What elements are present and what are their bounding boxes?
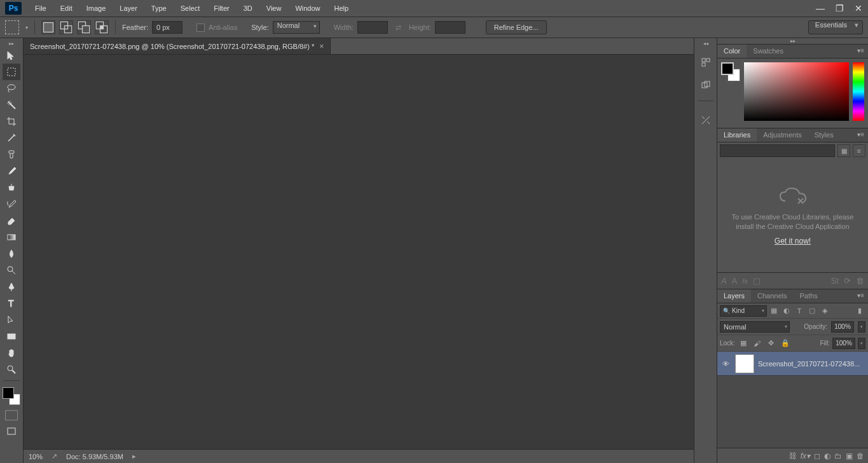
opacity-dropdown-icon[interactable]: ▾ [858,321,865,333]
lasso-tool[interactable] [3,80,20,97]
foreground-color[interactable] [3,387,14,399]
menu-select[interactable]: Select [174,1,207,16]
adjustment-layer-icon[interactable]: ◐ [824,452,830,460]
fill-input[interactable]: 100% [832,338,855,349]
dock-collapse-icon[interactable]: ▸▸ [717,38,868,45]
path-selection-tool[interactable] [3,312,20,328]
quick-selection-tool[interactable] [3,97,20,113]
gradient-tool[interactable] [3,229,20,245]
brush-tool[interactable] [3,163,20,179]
add-to-selection-icon[interactable] [59,20,73,34]
tab-layers[interactable]: Layers [717,289,751,303]
filter-shape-icon[interactable]: ▢ [806,305,818,317]
layer-item[interactable]: 👁 Screenshot_20170721-072438... [717,352,868,376]
properties-panel-icon[interactable] [698,78,713,93]
dodge-tool[interactable] [3,262,20,279]
minimize-button[interactable]: — [811,1,830,15]
tab-color[interactable]: Color [717,45,747,58]
panel-menu-icon[interactable]: ▾≡ [853,289,868,303]
chevron-down-icon[interactable]: ▾ [25,25,28,31]
list-view-icon[interactable]: ≡ [853,144,865,157]
panel-menu-icon[interactable]: ▾≡ [853,45,868,58]
dock-expand-icon[interactable]: ◂◂ [694,41,717,47]
lock-transparency-icon[interactable]: ▦ [738,338,749,349]
current-tool-icon[interactable] [5,20,19,34]
layer-mask-icon[interactable]: ◻ [814,452,820,460]
crop-tool[interactable] [3,113,20,130]
filter-type-icon[interactable]: T [794,305,805,317]
tab-swatches[interactable]: Swatches [747,45,790,58]
close-icon[interactable]: × [319,42,324,51]
rectangle-tool[interactable] [3,328,20,345]
blend-mode-select[interactable]: Normal [720,321,790,333]
tab-styles[interactable]: Styles [808,128,840,142]
link-layers-icon[interactable]: ⛓ [789,452,797,460]
layers-list[interactable]: 👁 Screenshot_20170721-072438... [717,352,868,448]
export-icon[interactable]: ↗ [52,452,57,460]
blur-tool[interactable] [3,245,20,262]
chevron-right-icon[interactable]: ▸ [132,452,136,460]
layer-name[interactable]: Screenshot_20170721-072438... [758,360,860,368]
lock-all-icon[interactable]: 🔒 [780,338,791,349]
tab-paths[interactable]: Paths [794,289,824,303]
grid-view-icon[interactable]: ▦ [837,144,850,157]
menu-file[interactable]: File [28,1,53,16]
menu-3d[interactable]: 3D [237,1,259,16]
marquee-tool[interactable] [3,64,20,80]
toolbar-collapse-icon[interactable]: ▸▸ [0,41,23,47]
tab-libraries[interactable]: Libraries [717,128,757,142]
eraser-tool[interactable] [3,212,20,229]
healing-brush-tool[interactable] [3,146,20,163]
menu-help[interactable]: Help [327,1,356,16]
zoom-tool[interactable] [3,361,20,378]
library-select[interactable] [720,144,835,157]
workspace-chooser[interactable]: Essentials [808,20,863,34]
subtract-from-selection-icon[interactable] [77,20,91,34]
filter-smart-icon[interactable]: ◈ [819,305,830,317]
new-layer-icon[interactable]: ▣ [846,452,853,460]
color-picker[interactable] [3,387,20,405]
delete-layer-icon[interactable]: 🗑 [857,452,864,460]
menu-filter[interactable]: Filter [207,1,236,16]
foreground-swatch[interactable] [721,62,734,75]
layer-thumbnail[interactable] [735,354,754,373]
canvas[interactable] [24,55,694,449]
color-swatches[interactable] [721,62,740,81]
move-tool[interactable] [3,47,20,64]
stock-icon[interactable]: St [831,276,839,286]
menu-image[interactable]: Image [79,1,113,16]
pen-tool[interactable] [3,279,20,295]
tab-adjustments[interactable]: Adjustments [757,128,808,142]
fill-dropdown-icon[interactable]: ▾ [858,338,865,349]
feather-input[interactable] [152,21,183,34]
maximize-button[interactable]: ❐ [830,1,849,15]
sync-icon[interactable]: ⟳ [844,276,851,286]
swap-icon[interactable]: ⇄ [396,24,401,32]
lock-position-icon[interactable]: ✥ [766,338,777,349]
filter-kind-select[interactable]: 🔍Kind [720,305,767,317]
character-style-icon[interactable]: A [721,276,727,286]
tab-channels[interactable]: Channels [751,289,793,303]
lock-image-icon[interactable]: 🖌 [752,338,763,349]
eyedropper-tool[interactable] [3,130,20,146]
document-tab[interactable]: Screenshot_20170721-072438.png @ 10% (Sc… [24,38,331,54]
menu-type[interactable]: Type [144,1,174,16]
opacity-input[interactable]: 100% [831,321,854,333]
filter-adjustment-icon[interactable]: ◐ [781,305,792,317]
type-tool[interactable]: T [3,295,20,312]
panel-menu-icon[interactable]: ▾≡ [853,128,868,142]
refine-edge-button[interactable]: Refine Edge... [486,20,547,34]
layer-group-icon[interactable]: 🗀 [834,452,842,460]
doc-info[interactable]: Doc: 5.93M/5.93M [66,453,123,460]
history-brush-tool[interactable] [3,196,20,212]
menu-view[interactable]: View [259,1,289,16]
layer-icon[interactable]: ▢ [753,276,761,286]
zoom-level[interactable]: 10% [29,453,43,460]
intersect-selection-icon[interactable] [95,20,109,34]
layer-fx-icon[interactable]: fx▾ [801,452,810,460]
hand-tool[interactable] [3,345,20,361]
menu-layer[interactable]: Layer [113,1,144,16]
get-it-now-link[interactable]: Get it now! [775,237,811,245]
menu-edit[interactable]: Edit [53,1,79,16]
close-button[interactable]: ✕ [849,1,868,15]
